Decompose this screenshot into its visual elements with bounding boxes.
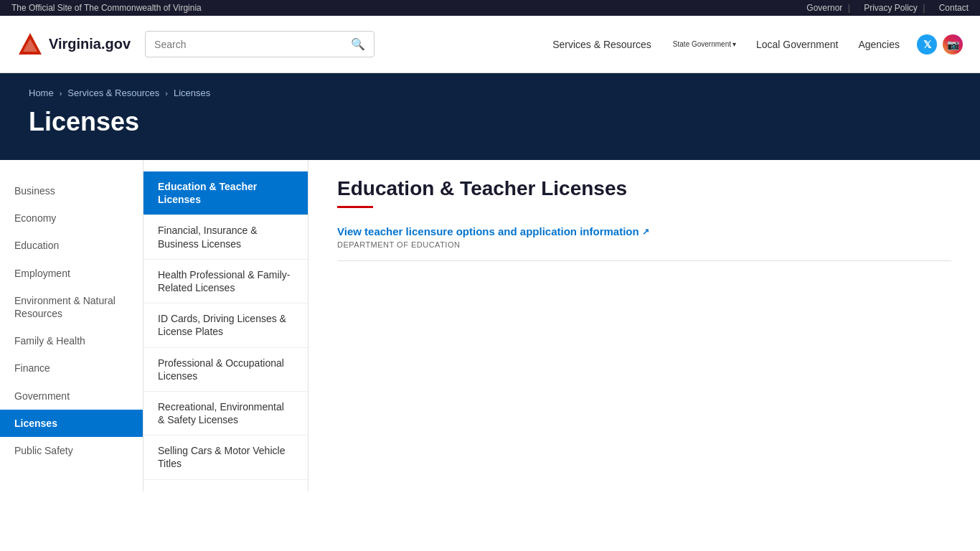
teacher-licensure-link[interactable]: View teacher licensure options and appli… [337,225,951,237]
breadcrumb-home[interactable]: Home [29,88,54,98]
sub-nav-financial-insurance[interactable]: Financial, Insurance & Business Licenses [143,215,308,259]
sidebar-item-business[interactable]: Business [0,177,143,204]
breadcrumb-sep-1: › [60,89,62,98]
sidebar-item-employment[interactable]: Employment [0,260,143,287]
breadcrumb-current: Licenses [174,88,210,98]
logo-text: Virginia.gov [49,36,131,52]
breadcrumb: Home › Services & Resources › Licenses [29,88,951,98]
search-input[interactable] [146,33,342,56]
content-department: DEPARTMENT OF EDUCATION [337,240,951,249]
top-bar: The Official Site of The Commonwealth of… [0,0,980,16]
twitter-icon[interactable]: 𝕏 [917,34,937,55]
breadcrumb-services[interactable]: Services & Resources [67,88,159,98]
page-banner: Home › Services & Resources › Licenses L… [0,73,980,160]
search-button[interactable]: 🔍 [342,32,374,57]
top-bar-links: Governor | Privacy Policy | Contact [798,3,969,13]
breadcrumb-sep-2: › [165,89,168,98]
sub-nav-health-professional[interactable]: Health Professional & Family-Related Lic… [143,260,308,303]
governor-link[interactable]: Governor [806,3,842,13]
sub-nav: Education & Teacher Licenses Financial, … [143,160,308,491]
divider-2: | [923,3,925,13]
sidebar-item-finance[interactable]: Finance [0,354,143,382]
instagram-icon[interactable]: 📷 [943,34,963,55]
main-content: Business Economy Education Employment En… [0,160,980,491]
contact-link[interactable]: Contact [939,3,969,13]
nav-services-resources[interactable]: Services & Resources [544,33,660,56]
sidebar-item-public-safety[interactable]: Public Safety [0,437,143,464]
search-box: 🔍 [145,31,374,57]
sidebar-item-economy[interactable]: Economy [0,204,143,232]
main-nav: Services & Resources State Government ▾ … [544,33,908,56]
official-text: The Official Site of The Commonwealth of… [11,3,202,13]
sidebar-item-licenses[interactable]: Licenses [0,410,143,437]
sub-nav-selling-cars[interactable]: Selling Cars & Motor Vehicle Titles [143,435,308,479]
sub-nav-education-teacher[interactable]: Education & Teacher Licenses [143,171,308,215]
content-underline [337,206,373,208]
sidebar-item-family-health[interactable]: Family & Health [0,327,143,354]
sub-nav-recreational-environmental[interactable]: Recreational, Environmental & Safety Lic… [143,392,308,435]
nav-local-government[interactable]: Local Government [748,33,847,56]
divider-1: | [848,3,850,13]
external-link-icon: ↗ [642,227,649,237]
header: Virginia.gov 🔍 Services & Resources Stat… [0,16,980,73]
content-area: Education & Teacher Licenses View teache… [308,160,980,491]
nav-state-government[interactable]: State Government ▾ [663,34,745,54]
privacy-link[interactable]: Privacy Policy [864,3,918,13]
sidebar-item-environment[interactable]: Environment & Natural Resources [0,287,143,327]
sidebar: Business Economy Education Employment En… [0,160,143,491]
social-icons: 𝕏 📷 [917,34,963,55]
content-link-block: View teacher licensure options and appli… [337,225,951,261]
sub-nav-id-cards-driving[interactable]: ID Cards, Driving Licenses & License Pla… [143,303,308,347]
virginia-logo-icon [17,32,43,57]
logo-link[interactable]: Virginia.gov [17,32,131,57]
nav-agencies[interactable]: Agencies [849,33,908,56]
sidebar-item-government[interactable]: Government [0,382,143,410]
content-title: Education & Teacher Licenses [337,177,951,200]
chevron-down-icon: ▾ [732,40,736,48]
page-title: Licenses [29,107,951,137]
sidebar-item-education[interactable]: Education [0,232,143,259]
sub-nav-professional-occupational[interactable]: Professional & Occupational Licenses [143,348,308,392]
